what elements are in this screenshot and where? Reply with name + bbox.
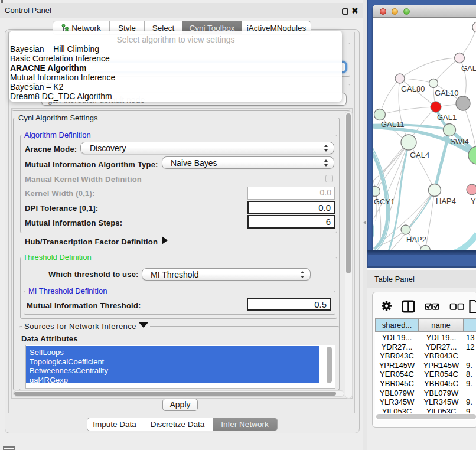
svg-text:HAP2: HAP2 — [406, 235, 426, 244]
svg-text:SWI4: SWI4 — [450, 137, 469, 146]
svg-text:GCY1: GCY1 — [374, 197, 395, 206]
svg-text:GAL7: GAL7 — [461, 64, 476, 73]
svg-text:YEL: YEL — [471, 197, 476, 206]
svg-text:GAL80: GAL80 — [401, 84, 425, 93]
svg-text:GAL11: GAL11 — [381, 120, 405, 129]
svg-text:GAL1: GAL1 — [437, 113, 457, 122]
svg-text:GAL10: GAL10 — [435, 89, 458, 97]
svg-text:GAL4: GAL4 — [410, 151, 429, 159]
svg-text:HAP4: HAP4 — [436, 197, 456, 206]
